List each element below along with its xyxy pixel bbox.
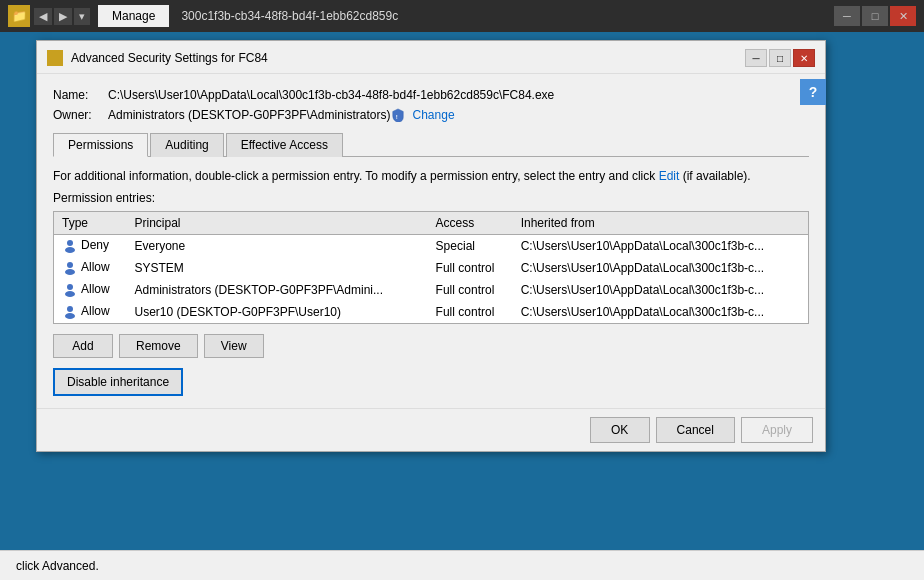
svg-point-6 [65,291,75,297]
cancel-button[interactable]: Cancel [656,417,735,443]
svg-point-3 [67,262,73,268]
cell-principal: Administrators (DESKTOP-G0PF3PF\Admini..… [127,279,428,301]
svg-point-1 [67,240,73,246]
change-link[interactable]: Change [413,108,455,122]
description-suffix: (if available). [683,169,751,183]
cell-access: Full control [428,301,513,323]
name-row: Name: C:\Users\User10\AppData\Local\300c… [53,88,809,102]
name-value: C:\Users\User10\AppData\Local\300c1f3b-c… [108,88,554,102]
table-row[interactable]: AllowAdministrators (DESKTOP-G0PF3PF\Adm… [54,279,808,301]
forward-button[interactable]: ▶ [54,8,72,25]
svg-point-8 [65,313,75,319]
svg-text:!: ! [395,113,397,120]
bottom-text: click Advanced. [16,559,99,573]
cell-type: Allow [54,257,127,279]
cell-type: Allow [54,301,127,323]
edit-link[interactable]: Edit [659,169,680,183]
cell-access: Full control [428,257,513,279]
window-title: 300c1f3b-cb34-48f8-bd4f-1ebb62cd859c [181,9,830,23]
maximize-button[interactable]: □ [862,6,888,26]
dialog-folder-icon [47,50,63,66]
description-main: For additional information, double-click… [53,169,655,183]
taskbar: 📁 ◀ ▶ ▾ Manage 300c1f3b-cb34-48f8-bd4f-1… [0,0,924,32]
name-label: Name: [53,88,108,102]
cell-access: Special [428,235,513,258]
apply-button[interactable]: Apply [741,417,813,443]
back-button[interactable]: ◀ [34,8,52,25]
ok-button[interactable]: OK [590,417,650,443]
col-principal: Principal [127,212,428,235]
svg-point-4 [65,269,75,275]
dialog-footer: OK Cancel Apply [37,408,825,451]
dialog-body: Name: C:\Users\User10\AppData\Local\300c… [37,74,825,408]
table-row[interactable]: DenyEveryoneSpecialC:\Users\User10\AppDa… [54,235,808,258]
owner-value: Administrators (DESKTOP-G0PF3PF\Administ… [108,108,391,122]
dialog-maximize-button[interactable]: □ [769,49,791,67]
dialog-controls: ─ □ ✕ [745,49,815,67]
close-button[interactable]: ✕ [890,6,916,26]
dialog-titlebar: Advanced Security Settings for FC84 ─ □ … [37,41,825,74]
down-button[interactable]: ▾ [74,8,90,25]
tab-permissions[interactable]: Permissions [53,133,148,157]
dialog-close-button[interactable]: ✕ [793,49,815,67]
tab-auditing[interactable]: Auditing [150,133,223,157]
cell-access: Full control [428,279,513,301]
advanced-security-dialog: Advanced Security Settings for FC84 ─ □ … [36,40,826,452]
description-text: For additional information, double-click… [53,169,809,183]
cell-inherited: C:\Users\User10\AppData\Local\300c1f3b-c… [513,235,808,258]
folder-icon: 📁 [8,5,30,27]
add-button[interactable]: Add [53,334,113,358]
remove-button[interactable]: Remove [119,334,198,358]
col-access: Access [428,212,513,235]
dialog-minimize-button[interactable]: ─ [745,49,767,67]
permissions-table-container: Type Principal Access Inherited from Den… [53,211,809,324]
help-button[interactable]: ? [800,79,826,105]
cell-type: Deny [54,235,127,258]
col-inherited: Inherited from [513,212,808,235]
svg-point-2 [65,247,75,253]
owner-label: Owner: [53,108,108,122]
table-row[interactable]: AllowSYSTEMFull controlC:\Users\User10\A… [54,257,808,279]
svg-point-5 [67,284,73,290]
section-label: Permission entries: [53,191,809,205]
table-header-row: Type Principal Access Inherited from [54,212,808,235]
owner-row: Owner: Administrators (DESKTOP-G0PF3PF\A… [53,108,809,122]
view-button[interactable]: View [204,334,264,358]
taskbar-nav: ◀ ▶ ▾ [34,8,90,25]
dialog-title: Advanced Security Settings for FC84 [71,51,745,65]
tabs: Permissions Auditing Effective Access [53,132,809,157]
window-controls: ─ □ ✕ [834,6,916,26]
cell-type: Allow [54,279,127,301]
svg-point-7 [67,306,73,312]
cell-principal: User10 (DESKTOP-G0PF3PF\User10) [127,301,428,323]
cell-inherited: C:\Users\User10\AppData\Local\300c1f3b-c… [513,257,808,279]
cell-principal: Everyone [127,235,428,258]
col-type: Type [54,212,127,235]
tab-effective-access[interactable]: Effective Access [226,133,343,157]
action-buttons: Add Remove View [53,334,809,358]
minimize-button[interactable]: ─ [834,6,860,26]
manage-tab[interactable]: Manage [98,5,169,27]
permissions-table: Type Principal Access Inherited from Den… [54,212,808,323]
shield-icon: ! [391,108,405,122]
table-row[interactable]: AllowUser10 (DESKTOP-G0PF3PF\User10)Full… [54,301,808,323]
cell-inherited: C:\Users\User10\AppData\Local\300c1f3b-c… [513,301,808,323]
cell-inherited: C:\Users\User10\AppData\Local\300c1f3b-c… [513,279,808,301]
cell-principal: SYSTEM [127,257,428,279]
bottom-strip: click Advanced. [0,550,924,580]
disable-inheritance-button[interactable]: Disable inheritance [53,368,183,396]
